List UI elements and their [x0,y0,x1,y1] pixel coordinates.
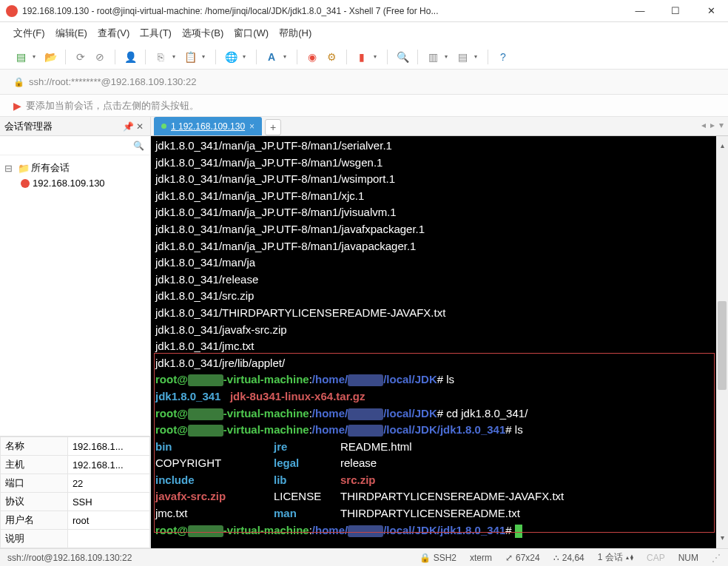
collapse-icon[interactable]: ⊟ [4,163,15,174]
terminal-line: jdk1.8.0_341/man/ja_JP.UTF-8/man1/jvisua… [155,204,724,221]
panel-close-icon[interactable]: ✕ [134,121,146,132]
close-button[interactable]: ✕ [700,5,722,16]
session-icon [21,179,30,188]
paste-icon[interactable]: 📋 [183,50,198,64]
help-icon[interactable]: ? [496,50,510,64]
terminal-scrollbar[interactable]: ▴ ▾ [716,136,728,548]
dropdown-icon[interactable]: ▾ [374,53,380,60]
dropdown-icon[interactable]: ▾ [474,53,480,60]
dropdown-icon[interactable]: ▾ [33,53,38,60]
record-icon[interactable]: ◉ [305,50,320,64]
address-text[interactable]: ssh://root:********@192.168.109.130:22 [29,76,196,87]
prop-desc-value [67,530,149,548]
open-session-icon[interactable]: 📂 [43,50,58,64]
tab-active[interactable]: 1 192.168.109.130 × [154,117,262,135]
menu-file[interactable]: 文件(F) [13,27,45,40]
menu-help[interactable]: 帮助(H) [279,27,311,40]
terminal-line: jdk1.8.0_341/jmc.txt [155,338,724,355]
highlight-icon[interactable]: ▮ [354,50,369,64]
tab-close-icon[interactable]: × [249,121,255,132]
terminal-line: jdk1.8.0_341/THIRDPARTYLICENSEREADME-JAV… [155,305,724,322]
terminal-line: binjreREADME.html [155,439,724,456]
terminal-line: jdk1.8.0_341/release [155,272,724,289]
settings-icon[interactable]: ⚙ [324,50,339,64]
prop-proto-value: SSH [67,493,149,511]
terminal-line: jdk1.8.0_341/src.zip [155,288,724,305]
lock-icon: 🔒 [13,77,24,87]
terminal-line: jdk1.8.0_341/man/ja_JP.UTF-8/man1/wsgen.… [155,155,724,172]
scroll-down-icon[interactable]: ▾ [716,530,728,547]
session-tree[interactable]: ⊟ 📁 所有会话 192.168.109.130 [0,155,150,436]
tab-prev-icon[interactable]: ◂ [701,120,706,130]
terminal-line: jdk1.8.0_341 jdk-8u341-linux-x64.tar.gz [155,388,724,405]
terminal-line: jdk1.8.0_341/man/ja_JP.UTF-8/man1/serial… [155,138,724,155]
menu-view[interactable]: 查看(V) [98,27,129,40]
profile-icon[interactable]: 👤 [123,50,138,64]
dropdown-icon[interactable]: ▾ [172,53,178,60]
menu-tools[interactable]: 工具(T) [140,27,172,40]
terminal-line: root@-virtual-machine:/home//local/JDK/j… [155,422,724,439]
tree-session[interactable]: 192.168.109.130 [4,176,150,190]
terminal-line: jdk1.8.0_341/man/ja_JP.UTF-8/man1/javapa… [155,238,724,255]
copy-icon[interactable]: ⎘ [153,50,168,64]
scroll-up-icon[interactable]: ▴ [716,138,728,155]
tree-session-label: 192.168.109.130 [33,178,105,189]
dropdown-icon[interactable]: ▾ [202,53,208,60]
pin-icon[interactable]: 📌 [122,121,134,132]
resize-grip-icon[interactable]: ⋰ [712,553,721,563]
reconnect-icon[interactable]: ⟳ [73,50,88,64]
terminal-line: jdk1.8.0_341/man/ja [155,255,724,272]
menu-window[interactable]: 窗口(W) [234,27,269,40]
tree-root-label: 所有会话 [31,161,70,175]
lock-icon: 🔒 [419,553,431,563]
terminal-line: jdk1.8.0_341/man/ja_JP.UTF-8/man1/wsimpo… [155,171,724,188]
prop-user-label: 用户名 [1,511,68,530]
status-cap: CAP [647,553,665,563]
globe-icon[interactable]: 🌐 [223,50,238,64]
sidebar-search[interactable]: 🔍 [0,136,150,155]
new-session-icon[interactable]: ▤ [13,50,28,64]
font-icon[interactable]: A [264,50,279,64]
terminal-line: javafx-src.zipLICENSETHIRDPARTYLICENSERE… [155,488,724,505]
terminal-line: jdk1.8.0_341/jre/lib/applet/ [155,355,724,372]
status-term: xterm [470,553,492,563]
terminal-line: COPYRIGHTlegalrelease [155,455,724,472]
dropdown-icon[interactable]: ▾ [283,53,289,60]
dropdown-icon[interactable]: ▾ [243,53,249,60]
status-sessions[interactable]: 1 会话 ▴ ⧫ [598,551,633,564]
toolbar: ▤▾ 📂 ⟳ ⊘ 👤 ⎘▾ 📋▾ 🌐▾ A▾ ◉ ⚙ ▮▾ 🔍 ▥▾ ▤▾ ? [0,44,728,70]
disconnect-icon[interactable]: ⊘ [92,50,107,64]
status-ssh: 🔒SSH2 [419,553,456,563]
terminal-line: includelibsrc.zip [155,472,724,489]
prop-port-label: 端口 [1,474,68,493]
script-icon[interactable]: ▤ [455,50,470,64]
dropdown-icon[interactable]: ▾ [445,53,451,60]
menu-bar: 文件(F) 编辑(E) 查看(V) 工具(T) 选项卡(B) 窗口(W) 帮助(… [0,22,728,44]
terminal-line: root@-virtual-machine:/home//local/JDK# … [155,371,724,388]
menu-edit[interactable]: 编辑(E) [55,27,87,40]
prop-user-value: root [67,511,149,530]
terminal-line: root@-virtual-machine:/home//local/JDK# … [155,405,724,422]
tree-root[interactable]: ⊟ 📁 所有会话 [4,160,150,176]
menu-tabs[interactable]: 选项卡(B) [182,27,223,40]
prop-desc-label: 说明 [1,530,68,548]
tab-next-icon[interactable]: ▸ [710,120,715,130]
layout-icon[interactable]: ▥ [425,50,440,64]
status-size: ⤢ 67x24 [505,553,540,563]
hint-text: 要添加当前会话，点击左侧的箭头按钮。 [26,99,199,112]
maximize-button[interactable]: ☐ [664,5,687,16]
status-pos: ∴ 24,64 [553,553,584,563]
status-num: NUM [678,553,698,563]
search-icon[interactable]: 🔍 [395,50,410,64]
scroll-thumb[interactable] [718,301,727,390]
arrow-icon[interactable]: ▶ [13,100,21,112]
minimize-button[interactable]: — [629,5,651,16]
title-bar: 192.168.109.130 - root@jinqi-virtual-mac… [0,0,728,22]
sidebar-title: 会话管理器 [4,120,122,133]
tab-add-button[interactable]: + [265,119,281,135]
tab-menu-icon[interactable]: ▾ [719,120,724,130]
connection-status-icon [161,124,166,129]
prop-port-value: 22 [67,474,149,493]
terminal[interactable]: jdk1.8.0_341/man/ja_JP.UTF-8/man1/serial… [151,136,728,548]
terminal-line: jdk1.8.0_341/man/ja_JP.UTF-8/man1/javafx… [155,221,724,238]
